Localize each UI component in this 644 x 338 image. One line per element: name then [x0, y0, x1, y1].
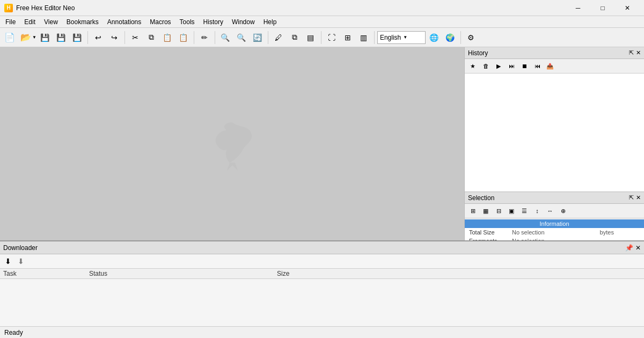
- expand-button[interactable]: ⛶: [324, 30, 339, 45]
- menu-tools[interactable]: Tools: [175, 16, 199, 27]
- total-size-unit: bytes: [596, 228, 644, 237]
- sep3: [194, 31, 194, 44]
- selection-float-button[interactable]: ⇱: [629, 194, 634, 201]
- downloader-controls: 📌 ✕: [625, 244, 641, 252]
- minimize-button[interactable]: ─: [566, 0, 590, 16]
- downloader-panel: Downloader 📌 ✕ ⬇ ⬇ Task Status Size: [0, 240, 644, 326]
- right-panels: History ⇱ ✕ ★ 🗑 ▶ ⏭ ⏹ ⏮ 📤: [464, 47, 644, 240]
- redo-button[interactable]: ↪: [107, 30, 122, 45]
- history-export-button[interactable]: 📤: [544, 60, 556, 72]
- history-stop-button[interactable]: ⏹: [518, 60, 530, 72]
- history-panel: History ⇱ ✕ ★ 🗑 ▶ ⏭ ⏹ ⏮ 📤: [465, 47, 644, 192]
- language-label: English: [380, 34, 401, 41]
- open-file-button[interactable]: 📂: [18, 30, 33, 45]
- pause-button[interactable]: ⬇: [15, 255, 27, 267]
- sel-btn-7[interactable]: ↔: [544, 205, 556, 217]
- maximize-button[interactable]: □: [590, 0, 615, 16]
- language-icon-1[interactable]: 🌐: [427, 30, 442, 45]
- grouping-button[interactable]: ⊞: [340, 30, 355, 45]
- history-toolbar: ★ 🗑 ▶ ⏭ ⏹ ⏮ 📤: [465, 59, 644, 74]
- history-run-button[interactable]: ▶: [493, 60, 504, 72]
- app-icon: H: [4, 4, 13, 12]
- downloader-close-button[interactable]: ✕: [635, 244, 641, 252]
- save-button[interactable]: 💾: [54, 30, 69, 45]
- window-title: Free Hex Editor Neo: [16, 4, 566, 12]
- new-file-button[interactable]: 📄: [2, 30, 17, 45]
- history-close-button[interactable]: ✕: [636, 49, 641, 56]
- close-button[interactable]: ✕: [615, 0, 640, 16]
- total-size-label: Total Size: [465, 228, 508, 237]
- main-area: History ⇱ ✕ ★ 🗑 ▶ ⏭ ⏹ ⏮ 📤: [0, 47, 644, 338]
- paste-special-button[interactable]: 📋: [176, 30, 191, 45]
- language-dropdown-arrow: ▼: [403, 35, 407, 40]
- language-icon-2[interactable]: 🌍: [443, 30, 458, 45]
- language-dropdown[interactable]: English ▼: [377, 31, 426, 44]
- selection-close-button[interactable]: ✕: [636, 194, 641, 201]
- sel-btn-1[interactable]: ⊞: [467, 205, 479, 217]
- editor-watermark: [200, 112, 265, 176]
- menu-macros[interactable]: Macros: [145, 16, 175, 27]
- menu-view[interactable]: View: [40, 16, 62, 27]
- total-size-row: Total Size No selection bytes: [465, 228, 644, 237]
- edit-button[interactable]: ✏: [197, 30, 212, 45]
- sel-btn-3[interactable]: ⊟: [493, 205, 504, 217]
- history-float-button[interactable]: ⇱: [629, 49, 634, 56]
- sep7: [374, 31, 375, 44]
- history-run-all-button[interactable]: ⏭: [506, 60, 517, 72]
- selection-panel-controls: ⇱ ✕: [629, 194, 641, 201]
- toolbar: 📄 📂 ▼ 💾 💾 💾 ↩ ↪ ✂ ⧉ 📋 📋 ✏ 🔍 🔍 🔄 🖊 ⧉ ▤ ⛶ …: [0, 28, 644, 47]
- download-button[interactable]: ⬇: [2, 255, 14, 267]
- menu-file[interactable]: File: [1, 16, 20, 27]
- downloader-table: Task Status Size: [0, 269, 644, 279]
- columns-button[interactable]: ▤: [303, 30, 318, 45]
- save-readonly-button[interactable]: 💾: [38, 30, 53, 45]
- menu-bar: File Edit View Bookmarks Annotations Mac…: [0, 16, 644, 28]
- settings-button[interactable]: ⚙: [464, 30, 479, 45]
- sep4: [215, 31, 215, 44]
- sep6: [321, 31, 321, 44]
- menu-history[interactable]: History: [199, 16, 228, 27]
- downloader-pin-button[interactable]: 📌: [625, 244, 633, 252]
- save-as-button[interactable]: 💾: [70, 30, 85, 45]
- menu-help[interactable]: Help: [259, 16, 281, 27]
- menu-window[interactable]: Window: [228, 16, 259, 27]
- menu-edit[interactable]: Edit: [20, 16, 40, 27]
- sel-btn-6[interactable]: ↕: [531, 205, 543, 217]
- title-bar: H Free Hex Editor Neo ─ □ ✕: [0, 0, 644, 16]
- history-panel-title: History: [468, 49, 488, 57]
- window-controls: ─ □ ✕: [566, 0, 640, 16]
- copy-button[interactable]: ⧉: [144, 30, 159, 45]
- sel-btn-4[interactable]: ▣: [506, 205, 517, 217]
- sep2: [125, 31, 125, 44]
- total-size-value: No selection: [508, 228, 596, 237]
- history-stop-all-button[interactable]: ⏮: [531, 60, 543, 72]
- selection-panel-title: Selection: [468, 194, 494, 202]
- col-size: Size: [274, 269, 317, 279]
- history-star-button[interactable]: ★: [467, 60, 479, 72]
- split-button[interactable]: ▥: [356, 30, 371, 45]
- replace-button[interactable]: 🔄: [250, 30, 265, 45]
- sep8: [460, 31, 461, 44]
- sel-btn-2[interactable]: ▦: [480, 205, 492, 217]
- sel-btn-5[interactable]: ☰: [518, 205, 530, 217]
- col-extra: [317, 269, 644, 279]
- menu-bookmarks[interactable]: Bookmarks: [62, 16, 103, 27]
- fill-button[interactable]: 🖊: [271, 30, 286, 45]
- find-button[interactable]: 🔍: [218, 30, 233, 45]
- selection-toolbar: ⊞ ▦ ⊟ ▣ ☰ ↕ ↔ ⊕: [465, 204, 644, 218]
- status-bar: Ready: [0, 326, 644, 338]
- sel-btn-8[interactable]: ⊕: [557, 205, 569, 217]
- sep5: [268, 31, 268, 44]
- history-delete-button[interactable]: 🗑: [480, 60, 492, 72]
- copy-to-button[interactable]: ⧉: [287, 30, 302, 45]
- history-content: [465, 74, 644, 192]
- sep1: [87, 31, 88, 44]
- undo-button[interactable]: ↩: [91, 30, 106, 45]
- find-all-button[interactable]: 🔍: [234, 30, 249, 45]
- editor-area[interactable]: [0, 47, 464, 240]
- history-panel-controls: ⇱ ✕: [629, 49, 641, 56]
- content-area: History ⇱ ✕ ★ 🗑 ▶ ⏭ ⏹ ⏮ 📤: [0, 47, 644, 240]
- cut-button[interactable]: ✂: [128, 30, 143, 45]
- paste-button[interactable]: 📋: [160, 30, 175, 45]
- menu-annotations[interactable]: Annotations: [103, 16, 145, 27]
